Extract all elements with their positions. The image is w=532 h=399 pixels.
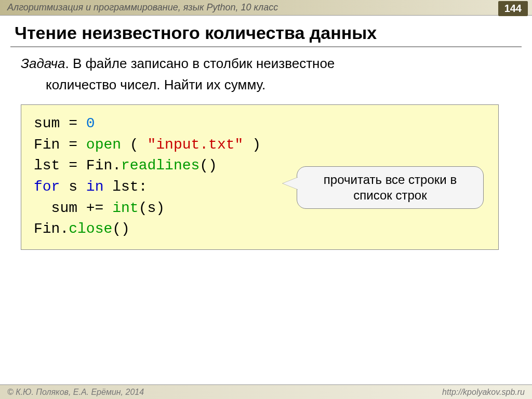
code-line-2: Fin = open ( "input.txt" ) [34,135,486,156]
footer-url: http://kpolyakov.spb.ru [442,388,525,397]
page-number: 144 [498,1,528,16]
title-divider [10,46,522,47]
slide-header: Алгоритмизация и программирование, язык … [0,0,532,16]
task-label: Задача [21,56,65,71]
slide-title: Чтение неизвестного количества данных [0,16,532,45]
callout-tail-icon [283,177,298,190]
callout-text: прочитать все строки в список строк [324,172,457,202]
footer-copyright: © К.Ю. Поляков, Е.А. Ерёмин, 2014 [7,388,144,397]
header-subject: Алгоритмизация и программирование, язык … [7,2,278,13]
code-line-6: Fin.close() [34,219,486,240]
task-line-2: количество чисел. Найти их сумму. [0,74,532,95]
callout-bubble: прочитать все строки в список строк [297,166,484,209]
slide-footer: © К.Ю. Поляков, Е.А. Ерёмин, 2014 http:/… [0,384,532,399]
task-text-1: . В файле записано в столбик неизвестное [65,56,335,71]
code-block: sum = 0 Fin = open ( "input.txt" ) lst =… [21,104,499,250]
code-line-1: sum = 0 [34,113,486,135]
task-line-1: Задача. В файле записано в столбик неизв… [0,52,532,74]
